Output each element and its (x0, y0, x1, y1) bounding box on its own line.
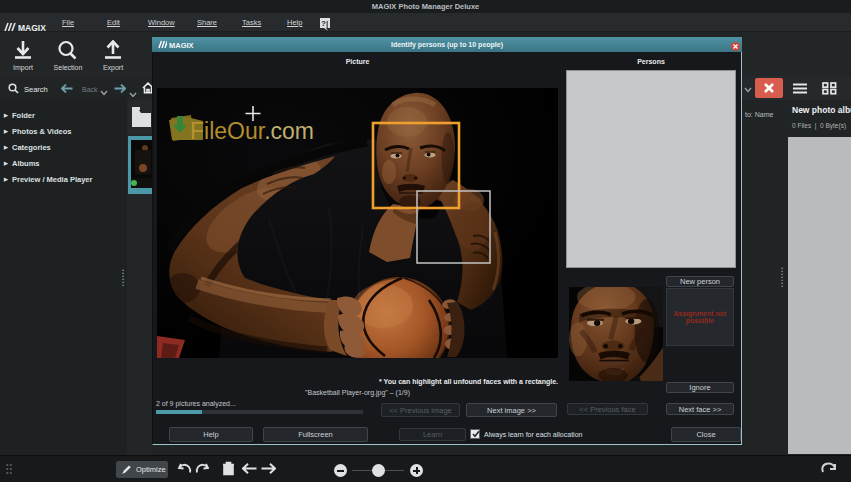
svg-text:FileOur.com: FileOur.com (190, 118, 314, 144)
svg-text:?|: ?| (321, 19, 328, 28)
